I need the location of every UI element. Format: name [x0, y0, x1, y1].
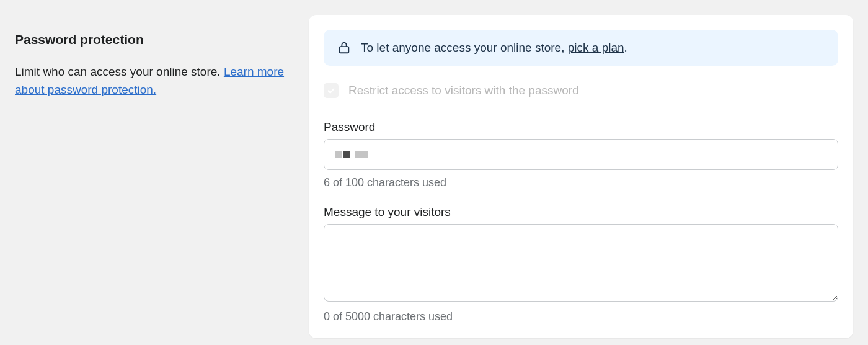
password-label: Password	[324, 120, 838, 134]
message-char-count: 0 of 5000 characters used	[324, 310, 838, 323]
plan-banner: To let anyone access your online store, …	[324, 30, 838, 66]
section-sidebar: Password protection Limit who can access…	[15, 15, 294, 338]
message-label: Message to your visitors	[324, 205, 838, 219]
restrict-access-checkbox	[324, 83, 339, 98]
section-title: Password protection	[15, 32, 294, 47]
banner-text-suffix: .	[624, 41, 627, 54]
section-description: Limit who can access your online store. …	[15, 63, 294, 99]
section-description-text: Limit who can access your online store.	[15, 65, 224, 78]
pick-plan-link[interactable]: pick a plan	[568, 41, 624, 54]
message-field-group: Message to your visitors 0 of 5000 chara…	[324, 205, 838, 323]
restrict-access-label: Restrict access to visitors with the pas…	[348, 84, 579, 97]
lock-icon	[337, 41, 351, 55]
settings-card: To let anyone access your online store, …	[309, 15, 853, 338]
message-textarea[interactable]	[324, 224, 838, 302]
password-mask	[335, 148, 826, 161]
restrict-access-row: Restrict access to visitors with the pas…	[324, 83, 838, 98]
svg-rect-0	[340, 47, 349, 53]
banner-text: To let anyone access your online store, …	[361, 41, 627, 55]
banner-text-prefix: To let anyone access your online store,	[361, 41, 568, 54]
password-field-group: Password 6 of 100 characters used	[324, 120, 838, 189]
checkmark-icon	[327, 86, 335, 95]
settings-section: Password protection Limit who can access…	[15, 15, 853, 338]
password-char-count: 6 of 100 characters used	[324, 176, 838, 189]
password-input[interactable]	[324, 139, 838, 170]
